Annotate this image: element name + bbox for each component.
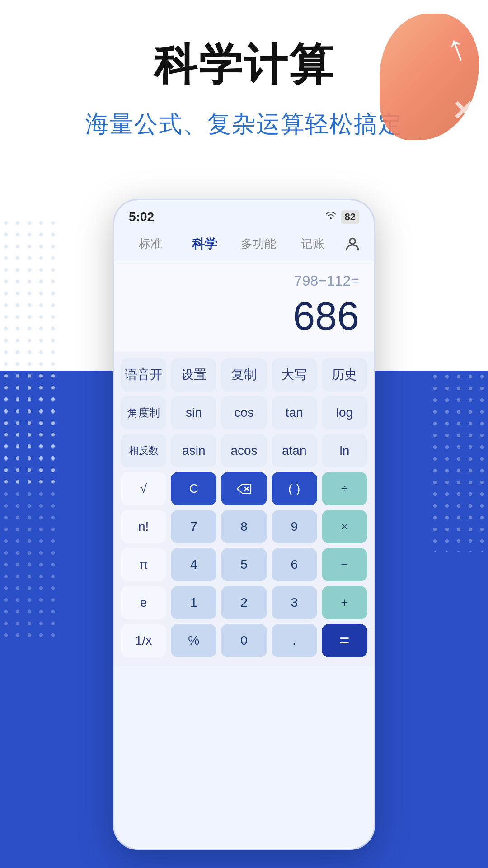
- battery-indicator: 82: [341, 210, 359, 224]
- key-factorial[interactable]: n!: [121, 510, 166, 543]
- key-percent[interactable]: %: [171, 624, 216, 657]
- key-1[interactable]: 1: [171, 586, 216, 619]
- tab-multifunction[interactable]: 多功能: [232, 232, 286, 255]
- key-row-2: 角度制 sin cos tan log: [121, 396, 367, 429]
- keypad: 语音开 设置 复制 大写 历史 角度制 sin cos tan log 相反数 …: [114, 352, 374, 666]
- key-acos[interactable]: acos: [221, 434, 267, 467]
- expression-display: 798−112=: [294, 273, 359, 289]
- key-row-5: n! 7 8 9 ×: [121, 510, 367, 543]
- key-5[interactable]: 5: [221, 548, 267, 581]
- key-cos[interactable]: cos: [221, 396, 267, 429]
- wifi-icon: [325, 211, 337, 223]
- key-6[interactable]: 6: [272, 548, 317, 581]
- key-7[interactable]: 7: [171, 510, 216, 543]
- key-copy[interactable]: 复制: [221, 358, 267, 392]
- key-decimal[interactable]: .: [272, 624, 317, 657]
- tab-science[interactable]: 科学: [178, 232, 232, 256]
- key-2[interactable]: 2: [221, 586, 267, 619]
- key-equals[interactable]: =: [322, 624, 367, 657]
- key-caps[interactable]: 大写: [272, 358, 317, 392]
- key-4[interactable]: 4: [171, 548, 216, 581]
- status-time: 5:02: [129, 210, 154, 224]
- key-degree[interactable]: 角度制: [121, 396, 166, 429]
- key-subtract[interactable]: −: [322, 548, 367, 581]
- status-bar: 5:02 82: [114, 200, 374, 225]
- key-divide[interactable]: ÷: [322, 472, 367, 505]
- tab-accounting[interactable]: 记账: [286, 232, 340, 255]
- key-pi[interactable]: π: [121, 548, 166, 581]
- nav-tabs: 标准 科学 多功能 记账: [114, 225, 374, 261]
- key-row-1: 语音开 设置 复制 大写 历史: [121, 358, 367, 392]
- key-sqrt[interactable]: √: [121, 472, 166, 505]
- key-row-7: e 1 2 3 +: [121, 586, 367, 619]
- svg-point-0: [349, 238, 355, 244]
- key-row-4: √ C ( ) ÷: [121, 472, 367, 505]
- key-log[interactable]: log: [322, 396, 367, 429]
- key-negate[interactable]: 相反数: [121, 434, 166, 467]
- key-0[interactable]: 0: [221, 624, 267, 657]
- result-display: 686: [293, 293, 359, 339]
- key-parentheses[interactable]: ( ): [272, 472, 317, 505]
- key-asin[interactable]: asin: [171, 434, 216, 467]
- key-row-3: 相反数 asin acos atan ln: [121, 434, 367, 467]
- key-settings[interactable]: 设置: [171, 358, 216, 392]
- key-history[interactable]: 历史: [322, 358, 367, 392]
- key-8[interactable]: 8: [221, 510, 267, 543]
- profile-button[interactable]: [340, 231, 365, 256]
- key-clear[interactable]: C: [171, 472, 216, 505]
- key-euler[interactable]: e: [121, 586, 166, 619]
- key-tan[interactable]: tan: [272, 396, 317, 429]
- key-3[interactable]: 3: [272, 586, 317, 619]
- key-backspace[interactable]: [221, 472, 267, 505]
- decorative-hand: ↑ ✕: [361, 0, 488, 154]
- key-voice[interactable]: 语音开: [121, 358, 166, 392]
- display-area: 798−112= 686: [114, 261, 374, 352]
- key-sin[interactable]: sin: [171, 396, 216, 429]
- key-9[interactable]: 9: [272, 510, 317, 543]
- key-reciprocal[interactable]: 1/x: [121, 624, 166, 657]
- phone-mockup: 5:02 82 标准 科学 多功能 记账: [113, 199, 375, 850]
- status-icons: 82: [325, 210, 359, 224]
- key-add[interactable]: +: [322, 586, 367, 619]
- key-multiply[interactable]: ×: [322, 510, 367, 543]
- key-row-6: π 4 5 6 −: [121, 548, 367, 581]
- key-ln[interactable]: ln: [322, 434, 367, 467]
- key-atan[interactable]: atan: [272, 434, 317, 467]
- tab-standard[interactable]: 标准: [123, 232, 178, 255]
- key-row-8: 1/x % 0 . =: [121, 624, 367, 657]
